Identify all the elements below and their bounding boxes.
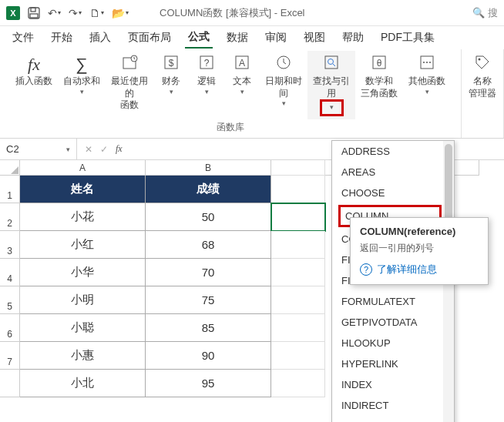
tab-review[interactable]: 审阅 <box>262 28 290 48</box>
recent-functions-button[interactable]: 最近使用的 函数 <box>106 51 153 119</box>
logic-button[interactable]: ? 逻辑 ▾ <box>189 51 224 119</box>
row-header[interactable]: 4 <box>0 259 20 286</box>
cell[interactable] <box>271 286 325 314</box>
lookup-dropdown-toggle[interactable]: ▾ <box>320 99 344 116</box>
row-header[interactable]: 5 <box>0 286 20 314</box>
svg-rect-1 <box>31 8 35 12</box>
undo-icon[interactable]: ↶▾ <box>48 7 61 19</box>
redo-icon[interactable]: ↷▾ <box>69 7 82 19</box>
row-header[interactable]: 1 <box>0 176 20 203</box>
autosum-button[interactable]: ∑ 自动求和 ▾ <box>58 51 106 119</box>
confirm-icon[interactable]: ✓ <box>100 144 108 155</box>
cell[interactable]: 70 <box>146 259 271 286</box>
tab-home[interactable]: 开始 <box>48 28 76 48</box>
cell[interactable]: 小聪 <box>20 314 146 342</box>
dropdown-item[interactable]: FORMULATEXT <box>332 291 454 312</box>
tooltip-help-link[interactable]: ? 了解详细信息 <box>360 263 479 276</box>
column-header[interactable]: A <box>20 160 146 176</box>
chevron-down-icon: ▾ <box>205 88 209 97</box>
header-cell[interactable]: 成绩 <box>146 176 271 203</box>
open-folder-icon[interactable]: 📂▾ <box>112 7 129 19</box>
name-manager-button[interactable]: 名称 管理器 <box>462 51 503 102</box>
cell[interactable]: 小红 <box>20 231 146 259</box>
insert-function-button[interactable]: fx 插入函数 <box>10 51 58 119</box>
row-header[interactable]: 7 <box>0 342 20 370</box>
column-header[interactable]: B <box>146 160 271 176</box>
dropdown-item[interactable]: HLOOKUP <box>332 333 454 353</box>
cell[interactable] <box>271 314 325 342</box>
recent-icon <box>121 54 138 75</box>
document-title: COLUMN函数 [兼容模式] - Excel <box>160 6 305 20</box>
cell[interactable] <box>271 370 325 397</box>
cell[interactable] <box>271 231 325 259</box>
lookup-button[interactable]: 查找与引用 ▾ <box>307 51 355 119</box>
cell[interactable] <box>271 259 325 286</box>
dropdown-item[interactable]: CHOOSE <box>332 183 454 203</box>
column-header[interactable] <box>271 160 325 176</box>
ribbon-tabs: 文件 开始 插入 页面布局 公式 数据 审阅 视图 帮助 PDF工具集 <box>0 26 504 49</box>
cell[interactable]: 小华 <box>20 259 146 286</box>
row-header[interactable]: 6 <box>0 314 20 342</box>
cancel-icon[interactable]: ✕ <box>85 144 92 155</box>
dropdown-item[interactable]: HYPERLINK <box>332 353 454 374</box>
cell[interactable]: 小花 <box>20 203 146 231</box>
save-icon[interactable] <box>28 7 40 19</box>
name-box-value: C2 <box>6 143 19 155</box>
dropdown-item[interactable]: INDIRECT <box>332 395 454 416</box>
svg-point-17 <box>423 62 425 63</box>
new-file-icon[interactable]: 🗋▾ <box>89 7 104 19</box>
row-header[interactable]: 2 <box>0 203 20 231</box>
insert-function-label: 插入函数 <box>15 75 52 88</box>
dropdown-item[interactable]: INDEX <box>332 374 454 395</box>
sigma-icon: ∑ <box>76 54 88 75</box>
svg-text:$: $ <box>169 58 174 69</box>
ribbon: fx 插入函数 ∑ 自动求和 ▾ 最近使用的 函数 $ 财务 ▾ ? 逻辑 <box>0 49 504 139</box>
svg-point-20 <box>479 59 481 61</box>
tab-file[interactable]: 文件 <box>9 28 37 48</box>
cell[interactable]: 75 <box>146 286 271 314</box>
dropdown-item[interactable]: ADDRESS <box>332 141 454 162</box>
cell[interactable]: 小北 <box>20 370 146 397</box>
cell[interactable]: 95 <box>146 370 271 397</box>
datetime-button[interactable]: 日期和时间 ▾ <box>260 51 307 119</box>
svg-text:θ: θ <box>377 58 382 69</box>
dropdown-item[interactable]: LOOKUP <box>332 416 454 422</box>
cell[interactable]: 68 <box>146 231 271 259</box>
excel-logo-icon: X <box>6 6 20 20</box>
row-header[interactable]: 3 <box>0 231 20 259</box>
search-box[interactable]: 🔍 搜 <box>472 6 498 20</box>
finance-label: 财务 <box>162 75 180 88</box>
tab-view[interactable]: 视图 <box>301 28 328 48</box>
tab-layout[interactable]: 页面布局 <box>125 28 174 48</box>
tab-insert[interactable]: 插入 <box>86 28 114 48</box>
tab-pdf[interactable]: PDF工具集 <box>378 28 438 48</box>
cell[interactable]: 90 <box>146 342 271 370</box>
header-cell[interactable]: 姓名 <box>20 176 146 203</box>
select-all-corner[interactable] <box>0 160 20 176</box>
theta-icon: θ <box>371 54 388 75</box>
cell[interactable] <box>271 342 325 370</box>
other-functions-button[interactable]: 其他函数 ▾ <box>403 51 451 119</box>
fx-icon[interactable]: fx <box>116 143 123 155</box>
datetime-label: 日期和时间 <box>261 75 306 99</box>
tab-formulas[interactable]: 公式 <box>185 27 213 49</box>
row-header[interactable] <box>0 370 20 397</box>
text-button[interactable]: A 文本 ▾ <box>224 51 260 119</box>
tab-help[interactable]: 帮助 <box>339 28 367 48</box>
finance-button[interactable]: $ 财务 ▾ <box>153 51 189 119</box>
scrollbar-thumb[interactable] <box>445 144 452 229</box>
svg-text:A: A <box>239 58 245 69</box>
name-box[interactable]: C2 ▾ <box>0 139 77 159</box>
dropdown-item[interactable]: GETPIVOTDATA <box>332 312 454 333</box>
selected-cell[interactable] <box>271 203 325 231</box>
cell[interactable]: 小惠 <box>20 342 146 370</box>
cell[interactable] <box>271 176 325 203</box>
cell[interactable]: 85 <box>146 314 271 342</box>
search-placeholder: 搜 <box>488 6 498 20</box>
cell[interactable]: 50 <box>146 203 271 231</box>
tab-data[interactable]: 数据 <box>223 28 251 48</box>
math-button[interactable]: θ 数学和 三角函数 <box>355 51 403 119</box>
dropdown-item[interactable]: AREAS <box>332 162 454 183</box>
cell[interactable]: 小明 <box>20 286 146 314</box>
tooltip-link-label: 了解详细信息 <box>377 263 437 276</box>
